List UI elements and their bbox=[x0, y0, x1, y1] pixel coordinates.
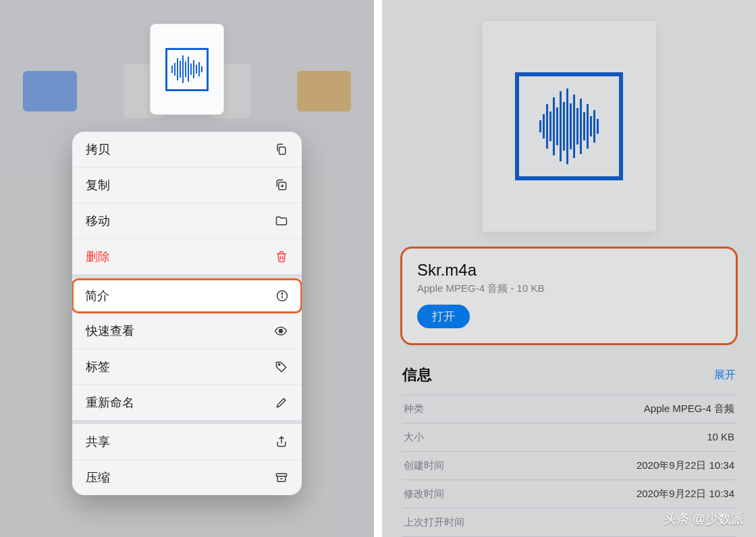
svg-point-5 bbox=[279, 364, 280, 365]
menu-item-label: 拷贝 bbox=[86, 141, 110, 157]
pencil-icon bbox=[272, 396, 288, 409]
folder-icon bbox=[272, 214, 288, 228]
info-key: 修改时间 bbox=[404, 488, 444, 501]
menu-item-label: 复制 bbox=[86, 177, 110, 193]
info-key: 创建时间 bbox=[404, 459, 444, 472]
file-thumbnail-large bbox=[481, 20, 657, 232]
menu-item-pencil[interactable]: 重新命名 bbox=[72, 385, 302, 420]
menu-item-share[interactable]: 共享 bbox=[72, 424, 302, 460]
copy-icon bbox=[272, 143, 288, 156]
info-key: 种类 bbox=[404, 403, 424, 415]
open-button[interactable]: 打开 bbox=[417, 305, 470, 328]
audio-waveform-icon bbox=[165, 48, 209, 91]
svg-rect-0 bbox=[279, 147, 286, 155]
info-value: 2020年9月22日 10:34 bbox=[637, 488, 734, 501]
menu-item-archive[interactable]: 压缩 bbox=[72, 460, 302, 495]
menu-item-label: 快速查看 bbox=[86, 323, 134, 339]
info-row: 修改时间2020年9月22日 10:34 bbox=[402, 480, 736, 509]
menu-item-trash[interactable]: 删除 bbox=[72, 239, 302, 274]
menu-item-tag[interactable]: 标签 bbox=[72, 349, 302, 385]
file-name: Skr.m4a bbox=[417, 261, 721, 280]
info-value: 2020年9月22日 10:34 bbox=[637, 459, 734, 472]
archive-icon bbox=[272, 471, 288, 484]
menu-item-label: 重新命名 bbox=[86, 394, 134, 411]
svg-point-4 bbox=[279, 330, 283, 333]
file-info-card: Skr.m4a Apple MPEG-4 音频 - 10 KB 打开 bbox=[402, 249, 736, 343]
menu-item-label: 简介 bbox=[85, 288, 109, 304]
duplicate-icon bbox=[272, 178, 288, 192]
eye-icon bbox=[272, 324, 288, 338]
info-value: 10 KB bbox=[707, 431, 734, 444]
expand-link[interactable]: 展开 bbox=[714, 368, 736, 382]
menu-item-label: 删除 bbox=[86, 249, 110, 265]
menu-item-label: 压缩 bbox=[86, 469, 110, 486]
menu-item-duplicate[interactable]: 复制 bbox=[72, 168, 302, 203]
info-section-title: 信息 bbox=[402, 365, 432, 385]
watermark: 头条 @少数派 bbox=[663, 510, 744, 528]
info-icon bbox=[273, 289, 289, 303]
audio-waveform-icon bbox=[515, 72, 623, 180]
context-menu: 拷贝复制移动删除简介快速查看标签重新命名共享压缩 bbox=[72, 132, 302, 495]
svg-point-3 bbox=[281, 293, 283, 295]
info-key: 上次打开时间 bbox=[404, 516, 464, 529]
left-screenshot-pane: 拷贝复制移动删除简介快速查看标签重新命名共享压缩 bbox=[0, 0, 374, 537]
menu-item-label: 共享 bbox=[86, 434, 110, 450]
info-row: 种类Apple MPEG-4 音频 bbox=[402, 395, 736, 424]
share-icon bbox=[272, 435, 288, 449]
menu-item-copy[interactable]: 拷贝 bbox=[72, 132, 302, 168]
svg-rect-6 bbox=[277, 474, 287, 476]
watermark-brand: 头条 bbox=[663, 510, 688, 528]
info-key: 大小 bbox=[404, 431, 424, 444]
info-row: 创建时间2020年9月22日 10:34 bbox=[402, 452, 736, 480]
info-row: 大小10 KB bbox=[402, 424, 736, 452]
menu-item-eye[interactable]: 快速查看 bbox=[72, 313, 302, 349]
menu-item-folder[interactable]: 移动 bbox=[72, 203, 302, 239]
trash-icon bbox=[272, 250, 288, 263]
tag-icon bbox=[272, 360, 288, 374]
menu-item-info[interactable]: 简介 bbox=[72, 278, 302, 313]
file-subtitle: Apple MPEG-4 音频 - 10 KB bbox=[417, 282, 721, 295]
menu-item-label: 移动 bbox=[86, 213, 110, 229]
right-screenshot-pane: Skr.m4a Apple MPEG-4 音频 - 10 KB 打开 信息 展开… bbox=[382, 0, 756, 537]
watermark-handle: @少数派 bbox=[693, 510, 744, 528]
file-thumbnail-small bbox=[150, 24, 224, 115]
menu-item-label: 标签 bbox=[86, 359, 110, 375]
info-value: Apple MPEG-4 音频 bbox=[644, 403, 734, 415]
